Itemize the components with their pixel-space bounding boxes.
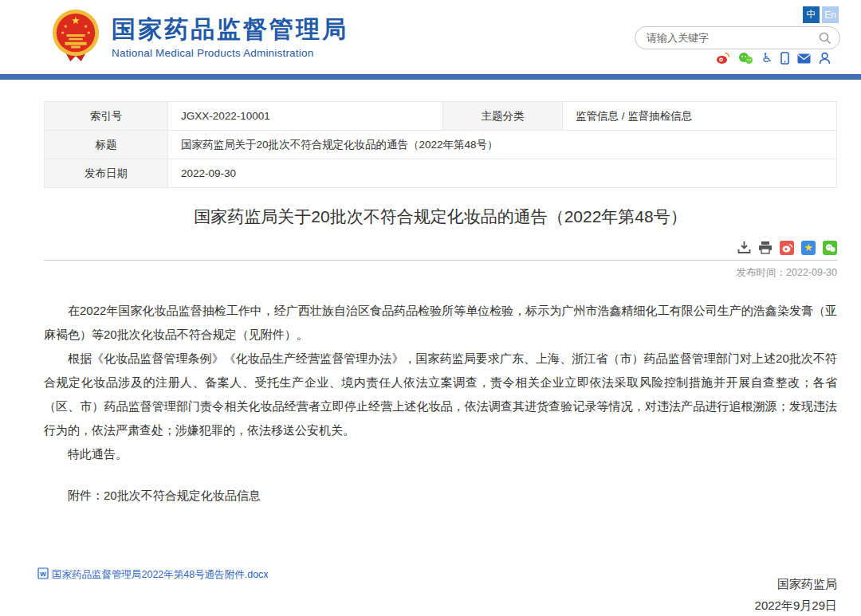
article-paragraph: 在2022年国家化妆品监督抽检工作中，经广西壮族自治区食品药品检验所等单位检验，… [44,299,837,347]
share-wechat-icon [823,241,837,255]
header-divider-bar [0,74,861,80]
header-quick-icons: ♿ [716,52,831,65]
toolbar-divider [44,260,837,261]
print-button[interactable] [758,241,773,255]
site-header: ★ ★ ★ ★ ★ 国家药品监督管理局 National Medical Pro… [0,0,861,74]
svg-text:★: ★ [61,30,65,35]
article-paragraph: 根据《化妆品监督管理条例》《化妆品生产经营监督管理办法》，国家药监局要求广东、上… [44,347,837,442]
table-row: 发布日期 2022-09-30 [45,159,837,188]
share-wechat-button[interactable] [823,241,837,255]
svg-text:★: ★ [87,30,91,35]
language-toggle: 中 En [803,6,839,23]
share-weibo-icon [780,241,794,255]
svg-text:★: ★ [84,24,88,29]
search-box [635,26,840,49]
publish-time: 发布时间：2022-09-30 [44,266,837,280]
search-input[interactable] [647,32,819,44]
wechat-icon[interactable] [738,52,753,65]
lang-zh-button[interactable]: 中 [803,6,820,23]
publish-date-value: 2022-09-30 [168,159,837,188]
print-icon [758,245,773,257]
signature-date: 2022年9月29日 [44,594,837,616]
mobile-icon[interactable] [780,52,789,65]
share-weibo-button[interactable] [780,241,794,255]
share-qzone-icon: ★ [801,241,816,255]
word-doc-icon: W [37,567,49,583]
publish-date-label: 发布日期 [45,159,168,188]
search-icon[interactable] [819,32,832,45]
download-icon [737,245,751,257]
doc-title-value: 国家药监局关于20批次不符合规定化妆品的通告（2022年第48号） [168,131,837,159]
topic-category-value: 监管信息 / 监督抽检信息 [563,102,837,131]
document-info-table: 索引号 JGXX-2022-10001 主题分类 监管信息 / 监督抽检信息 标… [44,101,837,188]
page-title: 国家药监局关于20批次不符合规定化妆品的通告（2022年第48号） [44,206,837,228]
publish-time-label: 发布时间： [737,267,787,278]
attachment-file-link[interactable]: 国家药品监督管理局2022年第48号通告附件.docx [52,568,269,582]
site-title-zh: 国家药品监督管理局 [112,16,348,43]
index-number-label: 索引号 [45,102,168,131]
user-icon[interactable] [819,52,831,65]
article-body: 在2022年国家化妆品监督抽检工作中，经广西壮族自治区食品药品检验所等单位检验，… [44,299,837,508]
publish-time-value: 2022-09-30 [786,267,837,278]
svg-text:★: ★ [64,24,68,29]
weibo-icon[interactable] [716,52,730,65]
index-number-value: JGXX-2022-10001 [168,102,443,131]
lang-en-button[interactable]: En [822,6,839,23]
accessibility-icon[interactable]: ♿ [761,52,773,65]
national-emblem-logo: ★ ★ ★ ★ ★ [51,9,100,66]
attachment-reference: 附件：20批次不符合规定化妆品信息 [44,484,837,508]
download-button[interactable] [737,241,751,255]
svg-text:W: W [40,571,46,578]
site-title-en: National Medical Products Administration [112,47,348,59]
article-toolbar: ★ [44,241,837,255]
table-row: 标题 国家药监局关于20批次不符合规定化妆品的通告（2022年第48号） [45,131,837,159]
svg-text:★: ★ [71,14,80,26]
doc-title-label: 标题 [45,131,168,159]
table-row: 索引号 JGXX-2022-10001 主题分类 监管信息 / 监督抽检信息 [45,102,837,131]
topic-category-label: 主题分类 [443,102,563,131]
share-qzone-button[interactable]: ★ [801,241,816,255]
mail-icon[interactable] [797,53,811,64]
article-page: 索引号 JGXX-2022-10001 主题分类 监管信息 / 监督抽检信息 标… [44,101,837,616]
article-paragraph: 特此通告。 [44,442,837,466]
attachment-download-row: W 国家药品监督管理局2022年第48号通告附件.docx [37,567,269,583]
